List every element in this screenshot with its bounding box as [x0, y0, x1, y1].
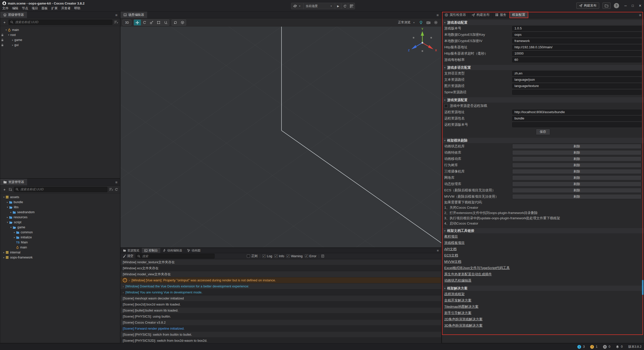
solution-link[interactable]: 3D角色扮演游戏解决方案: [444, 323, 482, 328]
asset-db-internal[interactable]: ▸ internal: [0, 250, 120, 255]
transform-gizmo-tool-button[interactable]: [162, 20, 169, 25]
scene-viewport[interactable]: Y X Z: [120, 27, 441, 247]
assets-menu-button[interactable]: ≡: [113, 180, 120, 184]
coordinate-space-button[interactable]: [179, 20, 186, 25]
asset-scene-main[interactable]: main: [0, 245, 120, 250]
fps-input[interactable]: [512, 57, 641, 62]
minimize-button[interactable]: ─: [624, 4, 627, 8]
doc-link[interactable]: 原生包热更新配置自动生成插件: [444, 272, 492, 277]
toggle-3d-button[interactable]: 3D: [123, 20, 131, 25]
chevron-down-icon[interactable]: ▾: [2, 196, 6, 198]
error-count-icon[interactable]: ×: [603, 345, 607, 349]
section-module-trim[interactable]: ▾ 框架模块剔除: [442, 138, 644, 143]
create-asset-button[interactable]: +: [2, 187, 7, 192]
asset-script-Main[interactable]: TS Main: [0, 240, 120, 245]
tab-hierarchy[interactable]: 层级管理器: [0, 12, 27, 18]
regex-checkbox[interactable]: 正则: [247, 254, 258, 258]
expand-icon[interactable]: ›: [123, 285, 124, 288]
log-row-link[interactable]: [Scene] Forward render pipeline initiali…: [120, 326, 441, 332]
chevron-down-icon[interactable]: ▾: [6, 221, 9, 224]
solution-link[interactable]: 全栈开发解决方案: [444, 298, 471, 303]
filter-icon[interactable]: [109, 188, 113, 191]
lang-json-path-input[interactable]: [512, 77, 641, 82]
log-row[interactable]: [Window] ecs文件夹存在: [120, 265, 441, 271]
http-server-input[interactable]: [512, 45, 641, 50]
hierarchy-node-main[interactable]: ▾ main: [0, 27, 120, 32]
menu-edit[interactable]: 编辑: [12, 6, 18, 11]
log-row[interactable]: [Scene] [bullet]:bullet wasm lib loaded.: [120, 308, 441, 314]
section-language-config[interactable]: ▾ 游戏多语言配置: [442, 65, 644, 70]
assets-search[interactable]: [14, 187, 107, 192]
remote-load-checkbox[interactable]: [444, 104, 448, 108]
remove-module-button[interactable]: 剔除: [512, 169, 641, 174]
game-version-input[interactable]: [512, 26, 641, 31]
scene-menu-button[interactable]: ≡: [434, 13, 441, 17]
save-button[interactable]: 保存: [536, 129, 550, 135]
crypto-iv-input[interactable]: [512, 38, 641, 43]
chevron-down-icon[interactable]: ▾: [5, 29, 8, 31]
chevron-right-icon[interactable]: ▸: [13, 236, 16, 239]
solution-link[interactable]: 战棋游戏框架: [444, 292, 465, 296]
rotate-tool-button[interactable]: [141, 20, 148, 25]
chevron-down-icon[interactable]: ▾: [7, 34, 10, 36]
chevron-right-icon[interactable]: ▸: [6, 216, 9, 218]
console-search-input[interactable]: [142, 254, 213, 258]
log-row[interactable]: [Scene] Cocos Creator v3.8.2: [120, 320, 441, 326]
remove-module-button[interactable]: 剔除: [512, 188, 641, 193]
doc-link[interactable]: API文档: [444, 247, 457, 251]
assets-search-input[interactable]: [20, 187, 106, 191]
chevron-down-icon[interactable]: ▾: [6, 206, 9, 208]
remove-module-button[interactable]: 剔除: [512, 163, 641, 168]
build-publish-button[interactable]: 构建发布: [576, 3, 599, 9]
remove-module-button[interactable]: 剔除: [512, 175, 641, 180]
remove-module-button[interactable]: 剔除: [512, 194, 641, 199]
tab-scene-editor[interactable]: 场景编辑器: [120, 12, 147, 18]
tab-build-publish[interactable]: 构建发布: [469, 12, 493, 18]
hierarchy-node-game[interactable]: ▸ game: [0, 37, 120, 42]
log-row[interactable]: [Scene] [PHYSICS2D]: switch from box2d-w…: [120, 338, 441, 344]
hierarchy-search-input[interactable]: [15, 20, 111, 24]
tab-console[interactable]: 控制台: [142, 248, 160, 253]
refresh-icon[interactable]: [115, 188, 118, 191]
orientation-gizmo[interactable]: Y X Z: [406, 27, 439, 57]
maximize-button[interactable]: □: [632, 4, 634, 8]
close-button[interactable]: ✕: [639, 4, 641, 8]
chevron-right-icon[interactable]: ▸: [9, 211, 13, 213]
chevron-right-icon[interactable]: ▸: [13, 231, 16, 234]
section-game-base-config[interactable]: ▾ 游戏基础配置: [442, 20, 644, 25]
remote-bundle-input[interactable]: [512, 116, 641, 121]
inspector-menu-button[interactable]: ≡: [636, 13, 644, 17]
inspector-scrollbar[interactable]: [642, 280, 643, 295]
hierarchy-search[interactable]: [9, 20, 112, 25]
scale-tool-button[interactable]: [148, 20, 155, 25]
scene-select[interactable]: 当前场景 ▾: [304, 3, 335, 9]
menu-node[interactable]: 节点: [22, 6, 28, 11]
chevron-down-icon[interactable]: ▾: [9, 226, 13, 229]
hierarchy-node-gui[interactable]: ▸ gui: [0, 42, 120, 48]
asset-folder-seedrandom[interactable]: ▸ seedrandom: [0, 210, 120, 215]
chevron-right-icon[interactable]: ▸: [6, 201, 9, 203]
light-bulb-icon[interactable]: [419, 21, 423, 24]
remote-url-input[interactable]: [512, 110, 641, 115]
console-search[interactable]: [136, 254, 215, 258]
log-row[interactable]: [Scene] [PHYSICS]: switch from builtin t…: [120, 332, 441, 338]
doc-link[interactable]: Excel格式转Json文件与TypeScript代码工具: [444, 266, 510, 270]
log-row-info[interactable]: › [Window] Download the Vue Devtools ext…: [120, 283, 441, 289]
view-mode-select[interactable]: 正常浏览 ▾: [398, 20, 416, 25]
asset-folder-resources[interactable]: ▸ resources: [0, 215, 120, 220]
remove-module-button[interactable]: 剔除: [512, 182, 641, 187]
languages-input[interactable]: [512, 71, 641, 76]
section-resource-config[interactable]: ▾ 游戏资源配置: [442, 97, 644, 103]
chevron-right-icon[interactable]: ▸: [2, 256, 6, 259]
asset-folder-initialize[interactable]: ▸ initialize: [0, 235, 120, 240]
chevron-right-icon[interactable]: ▸: [2, 251, 6, 254]
log-row[interactable]: [Scene] meshopt wasm decoder initialized: [120, 295, 441, 301]
http-timeout-input[interactable]: [512, 51, 641, 56]
clear-console-button[interactable]: 清空: [123, 254, 133, 258]
expand-icon[interactable]: ›: [129, 279, 130, 282]
menu-panel[interactable]: 面板: [42, 6, 48, 11]
lock-icon[interactable]: [0, 38, 5, 41]
sort-assets-icon[interactable]: [9, 188, 12, 191]
asset-folder-script[interactable]: ▾ script: [0, 220, 120, 225]
menu-developer[interactable]: 开发者: [61, 6, 71, 11]
